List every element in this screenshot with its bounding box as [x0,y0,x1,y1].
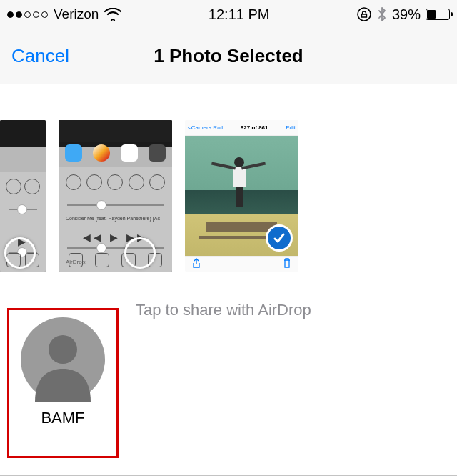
bluetooth-icon [377,6,387,22]
photo-thumbnail-selected[interactable]: <Camera Roll 827 of 861 Edit [185,120,298,272]
battery-icon [426,9,450,20]
cellular-signal-icon [7,11,48,18]
photo-thumbnail[interactable]: Consider Me (feat. Hayden Panettiere) [A… [59,120,172,272]
avatar-icon [21,317,105,402]
annotation-circle-icon [4,237,36,269]
airdrop-hint: Tap to share with AirDrop [136,301,311,319]
airdrop-contact-name: BAMF [41,409,84,427]
orientation-lock-icon [356,6,372,22]
airdrop-contact[interactable]: BAMF [7,308,119,458]
status-left: Verizon [7,6,121,22]
clock: 12:11 PM [209,6,270,23]
photo-strip[interactable]: ▶ Consider Me (feat. Hayden Panettiere) … [0,84,457,292]
share-icon [192,258,201,270]
status-bar: Verizon 12:11 PM 39% [0,0,457,29]
annotation-circle-icon [124,237,156,269]
carrier-label: Verizon [54,6,99,22]
back-label: <Camera Roll [188,124,223,131]
checkmark-icon [266,224,293,252]
photo-thumbnail[interactable]: ▶ [0,120,46,272]
airdrop-section: Tap to share with AirDrop BAMF [0,292,457,476]
edit-label: Edit [286,124,296,131]
battery-percentage: 39% [392,6,421,23]
status-right: 39% [356,6,450,23]
media-controls-icon: ◀◀ ▶ ▶▶ [59,232,172,243]
wifi-icon [104,8,121,21]
svg-point-2 [49,335,77,364]
trash-icon [283,258,291,270]
cancel-button[interactable]: Cancel [11,45,69,67]
photo-counter: 827 of 861 [241,124,268,131]
now-playing-label: Consider Me (feat. Hayden Panettiere) [A… [66,216,165,221]
nav-bar: Cancel 1 Photo Selected [0,29,457,84]
